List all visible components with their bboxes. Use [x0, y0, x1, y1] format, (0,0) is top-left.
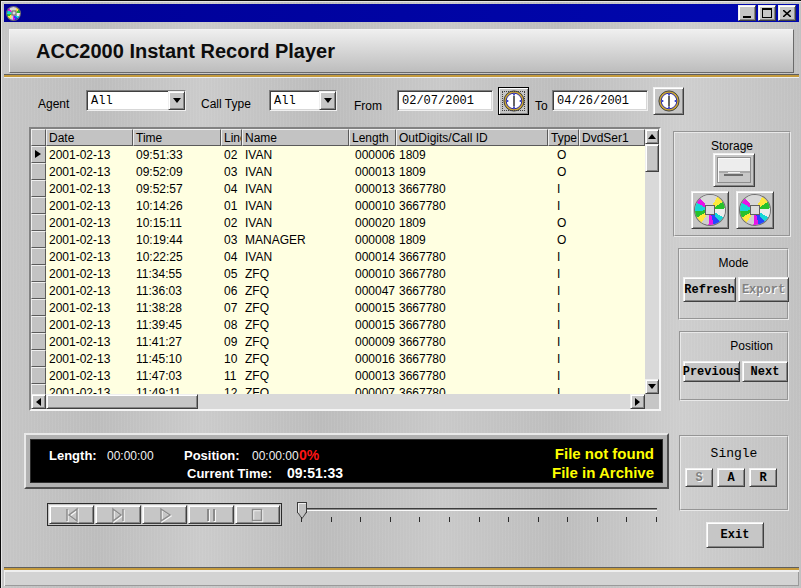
- table-row[interactable]: 2001-02-1311:41:2709ZFQ0000093667780I: [31, 333, 645, 350]
- cell-dvdser1: [579, 316, 645, 333]
- table-row[interactable]: 2001-02-1309:52:5704IVAN0000133667780I: [31, 180, 645, 197]
- call-type-dropdown-button[interactable]: [319, 91, 336, 110]
- cell-length: 000015: [349, 316, 396, 333]
- exit-button[interactable]: Exit: [706, 522, 764, 548]
- drive-storage-button[interactable]: [713, 153, 755, 187]
- column-header-time[interactable]: Time: [133, 129, 221, 146]
- cell-time: 11:45:10: [133, 350, 221, 367]
- cell-name: IVAN: [242, 146, 349, 163]
- row-selector[interactable]: [31, 367, 46, 384]
- table-row[interactable]: 2001-02-1309:52:0903IVAN0000131809O: [31, 163, 645, 180]
- arrow-left-icon: [32, 398, 41, 406]
- table-row[interactable]: 2001-02-1311:39:4508ZFQ0000153667780I: [31, 316, 645, 333]
- refresh-button[interactable]: Refresh: [683, 277, 736, 302]
- table-row[interactable]: 2001-02-1310:19:4403MANAGER0000081809O: [31, 231, 645, 248]
- call-type-select[interactable]: All: [269, 90, 337, 111]
- single-r-button[interactable]: R: [749, 468, 777, 487]
- row-selector[interactable]: [31, 197, 46, 214]
- cell-outdigits-call-id: 3667780: [396, 333, 548, 350]
- scroll-up-button[interactable]: [645, 129, 659, 144]
- close-button[interactable]: [778, 5, 796, 21]
- column-header-date[interactable]: Date: [46, 129, 133, 146]
- previous-button[interactable]: Previous: [683, 361, 740, 382]
- cd-storage-button-2[interactable]: [736, 191, 774, 229]
- row-selector[interactable]: [31, 163, 46, 180]
- table-row[interactable]: 2001-02-1311:49:1112ZFQ0000073667780I: [31, 384, 645, 394]
- vertical-scroll-thumb[interactable]: [645, 144, 659, 172]
- cell-length: 000013: [349, 163, 396, 180]
- single-a-button[interactable]: A: [717, 468, 745, 487]
- maximize-button[interactable]: [758, 5, 776, 21]
- cell-name: ZFQ: [242, 282, 349, 299]
- next-button[interactable]: Next: [742, 361, 788, 382]
- row-selector[interactable]: [31, 299, 46, 316]
- table-row[interactable]: 2001-02-1311:34:5505ZFQ0000103667780I: [31, 265, 645, 282]
- table-row[interactable]: 2001-02-1311:47:0311ZFQ0000133667780I: [31, 367, 645, 384]
- row-selector[interactable]: [31, 384, 46, 394]
- column-header-outdigits-call-id[interactable]: OutDigits/Call ID: [396, 129, 548, 146]
- cd-storage-button-1[interactable]: [691, 191, 729, 229]
- column-header-length[interactable]: Length: [349, 129, 396, 146]
- column-header-name[interactable]: Name: [242, 129, 349, 146]
- row-selector[interactable]: [31, 316, 46, 333]
- to-date-input[interactable]: 04/26/2001: [552, 90, 648, 111]
- table-row[interactable]: 2001-02-1310:22:2504IVAN0000143667780I: [31, 248, 645, 265]
- cell-outdigits-call-id: 3667780: [396, 367, 548, 384]
- column-header-line[interactable]: Line: [221, 129, 242, 146]
- agent-select[interactable]: All: [86, 90, 186, 111]
- cell-dvdser1: [579, 333, 645, 350]
- table-row[interactable]: 2001-02-1309:51:3302IVAN0000061809O: [31, 146, 645, 163]
- cell-date: 2001-02-13: [46, 214, 133, 231]
- scroll-right-button[interactable]: [630, 394, 645, 409]
- row-selector[interactable]: [31, 180, 46, 197]
- agent-dropdown-button[interactable]: [168, 91, 185, 110]
- position-panel: Position Previous Next: [679, 331, 789, 401]
- vertical-scrollbar[interactable]: [645, 129, 659, 394]
- from-label: From: [354, 99, 382, 113]
- row-selector[interactable]: [31, 231, 46, 248]
- seek-slider-track[interactable]: [301, 508, 657, 511]
- single-s-button[interactable]: S: [685, 468, 713, 487]
- table-row[interactable]: 2001-02-1311:36:0306ZFQ0000473667780I: [31, 282, 645, 299]
- cell-time: 11:34:55: [133, 265, 221, 282]
- play-button[interactable]: [142, 505, 187, 524]
- length-label: Length:: [49, 448, 97, 463]
- slider-tick: [538, 517, 539, 522]
- stop-button[interactable]: [235, 505, 280, 524]
- minimize-button[interactable]: [738, 5, 756, 21]
- scroll-left-button[interactable]: [31, 394, 46, 409]
- cell-date: 2001-02-13: [46, 316, 133, 333]
- row-selector[interactable]: [31, 282, 46, 299]
- slider-tick: [301, 517, 302, 522]
- to-calendar-button[interactable]: [653, 87, 684, 115]
- skip-to-end-button[interactable]: [95, 505, 140, 524]
- table-row[interactable]: 2001-02-1310:14:2601IVAN0000103667780I: [31, 197, 645, 214]
- row-selector[interactable]: [31, 333, 46, 350]
- table-row[interactable]: 2001-02-1311:45:1010ZFQ0000163667780I: [31, 350, 645, 367]
- column-header-type[interactable]: Type: [548, 129, 579, 146]
- grid-rows: 2001-02-1309:51:3302IVAN0000061809O2001-…: [31, 146, 645, 394]
- row-selector[interactable]: [31, 146, 46, 163]
- cell-line: 05: [221, 265, 242, 282]
- from-calendar-button[interactable]: [498, 87, 529, 115]
- row-selector[interactable]: [31, 350, 46, 367]
- titlebar[interactable]: [4, 4, 799, 22]
- scroll-down-button[interactable]: [645, 379, 659, 394]
- from-date-input[interactable]: 02/07/2001: [397, 90, 493, 111]
- row-selector[interactable]: [31, 265, 46, 282]
- export-button[interactable]: Export: [738, 277, 789, 302]
- position-display-label: Position:: [184, 448, 240, 463]
- row-selector[interactable]: [31, 248, 46, 265]
- cd-icon: [7, 7, 20, 20]
- table-row[interactable]: 2001-02-1311:38:2807ZFQ0000153667780I: [31, 299, 645, 316]
- cell-length: 000015: [349, 299, 396, 316]
- column-header-dvdser1[interactable]: DvdSer1: [579, 129, 645, 146]
- cell-name: ZFQ: [242, 384, 349, 394]
- horizontal-scroll-thumb[interactable]: [46, 394, 198, 409]
- table-row[interactable]: 2001-02-1310:15:1102IVAN0000201809O: [31, 214, 645, 231]
- pause-button[interactable]: [188, 505, 233, 524]
- skip-to-start-button[interactable]: [49, 505, 94, 524]
- horizontal-scrollbar[interactable]: [31, 394, 645, 409]
- row-selector[interactable]: [31, 214, 46, 231]
- page-title: ACC2000 Instant Record Player: [36, 40, 335, 63]
